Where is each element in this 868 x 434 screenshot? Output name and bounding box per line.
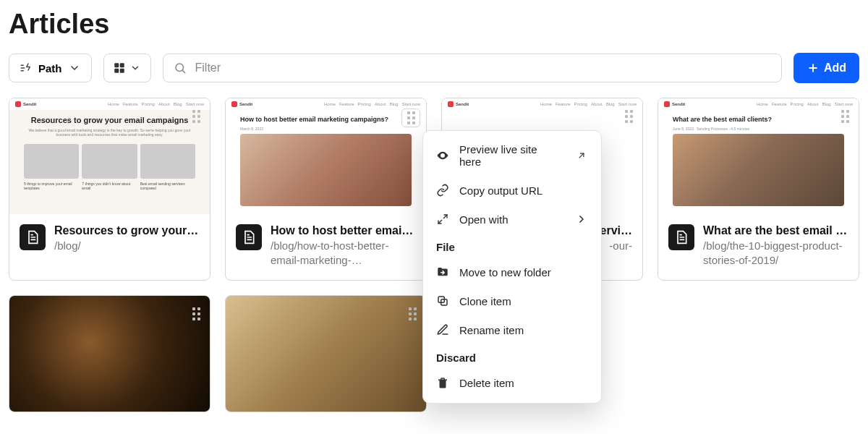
drag-handle[interactable]	[188, 109, 204, 124]
card-thumbnail: Sendit HomeFeaturePricingAboutBlogStart …	[226, 98, 426, 214]
ctx-copy-output-url[interactable]: Copy output URL	[423, 176, 601, 205]
ctx-section-discard: Discard	[423, 344, 601, 368]
ctx-label: Delete item	[459, 377, 514, 389]
ctx-label: Clone item	[459, 295, 511, 307]
ctx-delete-item[interactable]: Delete item	[423, 368, 601, 397]
view-mode-dropdown[interactable]	[103, 54, 151, 82]
copy-icon	[436, 294, 449, 307]
card-thumbnail	[226, 296, 426, 412]
svg-line-17	[579, 153, 584, 158]
plus-icon	[807, 61, 820, 75]
drag-handle[interactable]	[621, 109, 637, 124]
add-button[interactable]: Add	[793, 53, 859, 83]
document-icon	[236, 224, 262, 250]
ctx-clone-item[interactable]: Clone item	[423, 286, 601, 315]
eye-icon	[436, 149, 449, 162]
drag-handle[interactable]	[401, 109, 420, 127]
external-link-icon	[575, 149, 588, 162]
article-card[interactable]	[225, 295, 427, 412]
svg-line-18	[443, 215, 447, 218]
sort-az-icon	[20, 61, 33, 75]
sort-dropdown[interactable]: Path	[9, 54, 92, 82]
ctx-section-file: File	[423, 234, 601, 258]
page-title: Articles	[9, 9, 859, 40]
svg-rect-2	[114, 69, 119, 73]
ctx-rename-item[interactable]: Rename item	[423, 315, 601, 344]
drag-handle[interactable]	[404, 306, 420, 322]
ctx-label: Copy output URL	[459, 184, 542, 197]
card-thumbnail: Sendit HomeFeaturePricingAboutBlogStart …	[658, 98, 859, 214]
edit-icon	[436, 323, 449, 336]
context-menu: Preview live site here Copy output URL O…	[422, 130, 602, 404]
chevron-right-icon	[575, 213, 588, 226]
card-path: /blog/	[54, 239, 200, 253]
ctx-label: Open with	[459, 213, 509, 226]
ctx-label: Move to new folder	[459, 266, 551, 278]
toolbar: Path Add	[9, 53, 859, 83]
chevron-down-icon	[68, 61, 81, 75]
ctx-preview-live-site[interactable]: Preview live site here	[423, 135, 601, 176]
document-icon	[668, 224, 694, 250]
svg-line-19	[438, 220, 442, 224]
card-path: /blog/how-to-host-better-email-marketing…	[271, 239, 416, 268]
svg-rect-0	[114, 63, 119, 67]
document-icon	[20, 224, 46, 250]
sort-label: Path	[38, 62, 62, 75]
link-icon	[436, 184, 449, 197]
ctx-label: Preview live site here	[459, 143, 555, 168]
svg-rect-3	[119, 69, 124, 73]
ctx-label: Rename item	[459, 324, 524, 336]
card-title: How to host better email…	[271, 224, 416, 237]
card-thumbnail	[9, 296, 210, 412]
drag-handle[interactable]	[837, 109, 853, 124]
filter-field[interactable]	[163, 54, 782, 82]
card-title: Resources to grow your e…	[54, 224, 200, 237]
search-icon	[174, 61, 187, 75]
grid-icon	[113, 61, 126, 75]
article-card[interactable]: Sendit HomeFeaturePricingAboutBlogStart …	[658, 98, 859, 281]
card-title: What are the best email …	[703, 224, 848, 237]
card-thumbnail: Sendit HomeFeaturePricingAboutBlogStart …	[9, 98, 210, 214]
svg-rect-1	[119, 63, 124, 67]
card-path: /blog/the-10-biggest-product-stories-of-…	[703, 239, 848, 268]
drag-handle[interactable]	[188, 306, 204, 322]
svg-line-5	[182, 70, 184, 72]
add-label: Add	[824, 61, 846, 75]
trash-icon	[436, 376, 449, 389]
article-card[interactable]: Sendit HomeFeaturePricingAboutBlogStart …	[225, 98, 427, 281]
article-card[interactable]: Sendit HomeFeaturePricingAboutBlogStart …	[9, 98, 210, 281]
expand-icon	[436, 213, 449, 226]
ctx-move-to-folder[interactable]: Move to new folder	[423, 258, 601, 286]
folder-move-icon	[436, 265, 449, 278]
ctx-open-with[interactable]: Open with	[423, 205, 601, 234]
chevron-down-icon	[129, 61, 142, 75]
filter-input[interactable]	[195, 61, 771, 75]
article-card[interactable]	[9, 295, 210, 412]
